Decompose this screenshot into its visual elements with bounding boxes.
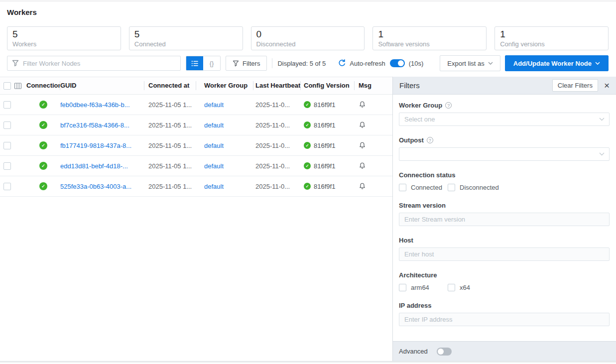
column-header-last-heartbeat[interactable]: Last Heartbeat — [253, 81, 301, 90]
worker-group-select[interactable]: Select one — [399, 113, 610, 126]
connected-checkbox[interactable] — [399, 184, 406, 191]
x64-checkbox-label: x64 — [460, 284, 470, 291]
auto-refresh-toggle[interactable] — [390, 59, 405, 67]
export-list-button[interactable]: Export list as — [440, 55, 500, 71]
filters-panel: Filters Clear Filters × Worker Group? Se… — [392, 77, 616, 361]
stat-value: 1 — [500, 28, 603, 40]
clear-filters-button[interactable]: Clear Filters — [552, 79, 598, 92]
notifications-bell-icon[interactable] — [355, 101, 392, 109]
host-filter: Host — [399, 237, 610, 261]
connected-status-icon — [39, 121, 47, 129]
stat-card-workers: 5 Workers — [7, 26, 121, 50]
list-view-button[interactable] — [186, 56, 203, 70]
filters-button-label: Filters — [243, 60, 260, 67]
row-checkbox[interactable] — [3, 101, 11, 109]
bottom-divider — [0, 361, 616, 363]
worker-group-link[interactable]: default — [204, 121, 224, 129]
x64-checkbox[interactable] — [448, 284, 455, 291]
table-row[interactable]: fb177419-9818-437a-8... 2025-11-05 1... … — [0, 135, 392, 156]
page-title: Workers — [7, 8, 609, 16]
refresh-icon[interactable] — [338, 59, 346, 67]
table-header-row: Connection GUID Connected at Worker Grou… — [0, 77, 392, 95]
notifications-bell-icon[interactable] — [355, 182, 392, 190]
config-version-value: 816f9f1 — [314, 142, 335, 149]
disconnected-checkbox[interactable] — [448, 184, 455, 191]
config-ok-icon — [304, 121, 311, 128]
guid-link[interactable]: edd13d81-bebf-4d18-... — [60, 162, 128, 170]
table-row[interactable]: bf7ce316-f58a-4366-8... 2025-11-05 1... … — [0, 115, 392, 135]
connection-status-label: Connection status — [399, 171, 455, 179]
select-all-checkbox[interactable] — [3, 82, 11, 90]
outpost-select[interactable] — [399, 147, 610, 161]
stream-version-filter: Stream version — [399, 202, 610, 226]
host-input[interactable] — [399, 247, 610, 261]
connection-status-filter: Connection status Connected Disconnected — [399, 171, 610, 191]
config-version-value: 816f9f1 — [314, 162, 335, 170]
stat-label: Connected — [134, 40, 238, 48]
column-settings-icon[interactable] — [14, 82, 26, 90]
guid-link[interactable]: feb0dbee-f63a-436b-b... — [60, 101, 130, 109]
filters-button[interactable]: Filters — [226, 56, 267, 71]
config-ok-icon — [304, 162, 311, 169]
toolbar: {} Filters Displayed: 5 of 5 Auto-refres… — [7, 55, 609, 71]
table-row[interactable]: edd13d81-bebf-4d18-... 2025-11-05 1... d… — [0, 156, 392, 176]
advanced-toggle[interactable] — [437, 348, 452, 356]
guid-link[interactable]: bf7ce316-f58a-4366-8... — [60, 121, 129, 129]
close-icon[interactable]: × — [604, 82, 610, 90]
add-update-worker-node-button[interactable]: Add/Update Worker Node — [505, 55, 609, 71]
filter-worker-nodes-input[interactable] — [23, 60, 176, 67]
worker-group-link[interactable]: default — [204, 162, 224, 170]
notifications-bell-icon[interactable] — [355, 141, 392, 149]
help-icon[interactable]: ? — [445, 102, 452, 109]
stat-card-connected: 5 Connected — [129, 26, 243, 50]
table-row[interactable]: feb0dbee-f63a-436b-b... 2025-11-05 1... … — [0, 95, 392, 115]
help-icon[interactable]: ? — [427, 137, 433, 143]
displayed-count: Displayed: 5 of 5 — [277, 60, 326, 67]
guid-link[interactable]: 525fe33a-0b63-4003-a... — [60, 183, 131, 190]
column-header-guid[interactable]: GUID — [60, 81, 144, 90]
worker-group-link[interactable]: default — [204, 183, 224, 190]
worker-group-link[interactable]: default — [204, 142, 224, 149]
filters-panel-body: Worker Group? Select one Outpost? Connec… — [393, 95, 616, 341]
main-content: Connection GUID Connected at Worker Grou… — [0, 77, 616, 361]
arm64-checkbox[interactable] — [399, 284, 406, 291]
table-row[interactable]: 525fe33a-0b63-4003-a... 2025-11-05 1... … — [0, 176, 392, 197]
row-checkbox[interactable] — [3, 162, 11, 170]
auto-refresh-label: Auto-refresh — [350, 60, 385, 67]
stream-version-input[interactable] — [399, 213, 610, 226]
column-header-connected-at[interactable]: Connected at — [144, 81, 196, 90]
stat-value: 5 — [12, 28, 116, 40]
toggle-knob — [438, 349, 444, 355]
host-label: Host — [399, 237, 413, 244]
filters-panel-title: Filters — [399, 81, 552, 90]
filter-worker-nodes-box[interactable] — [7, 56, 181, 71]
connected-at-value: 2025-11-05 1... — [144, 121, 196, 129]
json-view-button[interactable]: {} — [203, 56, 220, 70]
last-heartbeat-value: 2025-11-0... — [253, 101, 301, 109]
notifications-bell-icon[interactable] — [355, 121, 392, 129]
workers-table: Connection GUID Connected at Worker Grou… — [0, 77, 392, 361]
last-heartbeat-value: 2025-11-0... — [253, 162, 301, 170]
ip-address-input[interactable] — [399, 313, 610, 326]
guid-link[interactable]: fb177419-9818-437a-8... — [60, 142, 131, 149]
worker-group-placeholder: Select one — [404, 116, 435, 123]
column-header-worker-group[interactable]: Worker Group — [196, 81, 253, 90]
worker-group-link[interactable]: default — [204, 101, 224, 109]
connected-at-value: 2025-11-05 1... — [144, 162, 196, 170]
filters-panel-header: Filters Clear Filters × — [393, 77, 616, 95]
row-checkbox[interactable] — [3, 121, 11, 129]
column-header-connection[interactable]: Connection — [26, 81, 60, 90]
connected-checkbox-label: Connected — [411, 184, 442, 191]
row-checkbox[interactable] — [3, 183, 11, 190]
config-ok-icon — [304, 142, 311, 149]
stat-label: Workers — [12, 40, 116, 48]
notifications-bell-icon[interactable] — [355, 162, 392, 170]
row-checkbox[interactable] — [3, 142, 11, 149]
config-ok-icon — [304, 101, 311, 108]
stat-value: 5 — [134, 28, 238, 40]
last-heartbeat-value: 2025-11-0... — [253, 121, 301, 129]
column-header-config-version[interactable]: Config Version — [301, 81, 355, 90]
stats-row: 5 Workers 5 Connected 0 Disconnected 1 S… — [7, 26, 609, 50]
top-divider — [0, 0, 616, 1]
column-header-msg[interactable]: Msg — [355, 81, 392, 90]
